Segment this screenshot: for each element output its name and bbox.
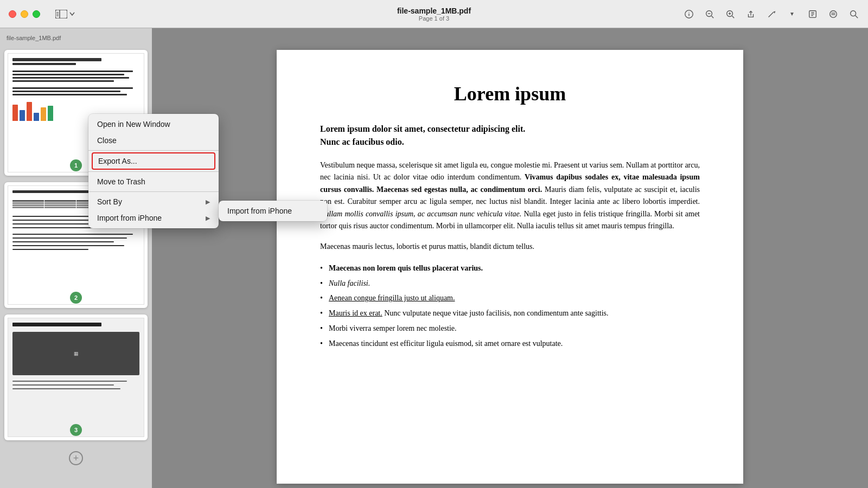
list-item: Nulla facilisi.	[320, 277, 700, 290]
pdf-bullet-list: Maecenas non lorem quis tellus placerat …	[320, 262, 700, 350]
submenu-item-label: Import from iPhone	[227, 207, 292, 215]
list-item: Morbi viverra semper lorem nec molestie.	[320, 322, 700, 335]
menu-item-export-as[interactable]: Export As...	[92, 152, 215, 170]
pdf-body-2: Maecenas mauris lectus, lobortis et puru…	[320, 241, 700, 253]
submenu-item-import-from-iphone[interactable]: Import from iPhone	[219, 203, 327, 219]
close-button[interactable]	[9, 10, 16, 18]
menu-item-label: Close	[97, 136, 117, 145]
sidebar: file-sample_1MB.pdf	[0, 28, 152, 488]
svg-line-25	[856, 15, 858, 18]
page-badge-3: 3	[70, 424, 82, 436]
page-3-preview: ▦	[8, 318, 144, 437]
svg-point-24	[851, 10, 856, 16]
page-info: Page 1 of 3	[397, 15, 471, 22]
markup-icon[interactable]	[807, 9, 818, 20]
pdf-bold-intro: Lorem ipsum dolor sit amet, consectetur …	[320, 123, 700, 149]
svg-line-14	[732, 16, 735, 18]
menu-separator-3	[88, 191, 219, 192]
list-item: Maecenas tincidunt est efficitur ligula …	[320, 337, 700, 350]
context-menu: Open in New Window Close Export As... Mo…	[88, 114, 219, 228]
pdf-body-1: Vestibulum neque massa, scelerisque sit …	[320, 159, 700, 232]
menu-item-label: Import from iPhone	[97, 214, 162, 222]
list-item: Maecenas non lorem quis tellus placerat …	[320, 262, 700, 275]
svg-point-21	[830, 10, 837, 17]
menu-item-label: Export As...	[98, 157, 137, 165]
menu-item-import-from-iphone[interactable]: Import from iPhone ▶	[88, 210, 219, 226]
info-icon[interactable]	[684, 9, 694, 20]
chevron-down-icon	[69, 12, 75, 16]
redact-icon[interactable]	[828, 9, 839, 20]
menu-item-label: Move to Trash	[97, 177, 145, 186]
file-title: file-sample_1MB.pdf	[397, 7, 471, 15]
add-page-button[interactable]: +	[4, 447, 148, 470]
minimize-button[interactable]	[21, 10, 28, 18]
pdf-page: Lorem ipsum Lorem ipsum dolor sit amet, …	[277, 50, 743, 484]
page-badge-1: 1	[70, 159, 82, 171]
svg-point-7	[688, 12, 689, 12]
titlebar-center: file-sample_1MB.pdf Page 1 of 3	[397, 7, 471, 22]
titlebar: file-sample_1MB.pdf Page 1 of 3	[0, 0, 868, 28]
titlebar-left	[9, 10, 75, 18]
menu-separator-1	[88, 150, 219, 151]
menu-item-open-new-window[interactable]: Open in New Window	[88, 116, 219, 132]
pdf-title: Lorem ipsum	[320, 82, 700, 105]
list-item: Mauris id ex erat. Nunc vulputate neque …	[320, 307, 700, 320]
toolbar: ▼	[684, 9, 859, 20]
submenu-chevron-icon: ▶	[206, 198, 210, 206]
page-thumbnail-3[interactable]: ▦ 3	[4, 314, 148, 440]
sidebar-toggle[interactable]	[55, 10, 75, 18]
page-badge-2: 2	[70, 292, 82, 304]
zoom-out-icon[interactable]	[704, 9, 715, 20]
annotate-icon[interactable]	[766, 9, 777, 20]
main-layout: file-sample_1MB.pdf	[0, 28, 868, 488]
pdf-area: Lorem ipsum Lorem ipsum dolor sit amet, …	[152, 28, 868, 488]
traffic-lights	[9, 10, 40, 18]
sidebar-file-label: file-sample_1MB.pdf	[4, 35, 148, 43]
share-icon[interactable]	[745, 9, 756, 20]
menu-item-close[interactable]: Close	[88, 132, 219, 149]
menu-item-label: Sort By	[97, 197, 122, 206]
svg-line-16	[769, 12, 774, 17]
menu-item-sort-by[interactable]: Sort By ▶	[88, 194, 219, 210]
fullscreen-button[interactable]	[33, 10, 40, 18]
menu-item-label: Open in New Window	[97, 120, 170, 129]
menu-item-move-to-trash[interactable]: Move to Trash	[88, 174, 219, 190]
menu-separator-2	[88, 171, 219, 172]
search-icon[interactable]	[848, 9, 859, 20]
list-item: Aenean congue fringilla justo ut aliquam…	[320, 292, 700, 305]
submenu-import-from-iphone: Import from iPhone	[219, 201, 327, 221]
zoom-in-icon[interactable]	[725, 9, 736, 20]
sidebar-toggle-icon	[55, 10, 67, 18]
annotate-dropdown-icon[interactable]: ▼	[787, 9, 797, 20]
svg-line-10	[712, 16, 714, 18]
submenu-chevron-icon: ▶	[206, 215, 210, 222]
add-icon: +	[69, 451, 83, 465]
